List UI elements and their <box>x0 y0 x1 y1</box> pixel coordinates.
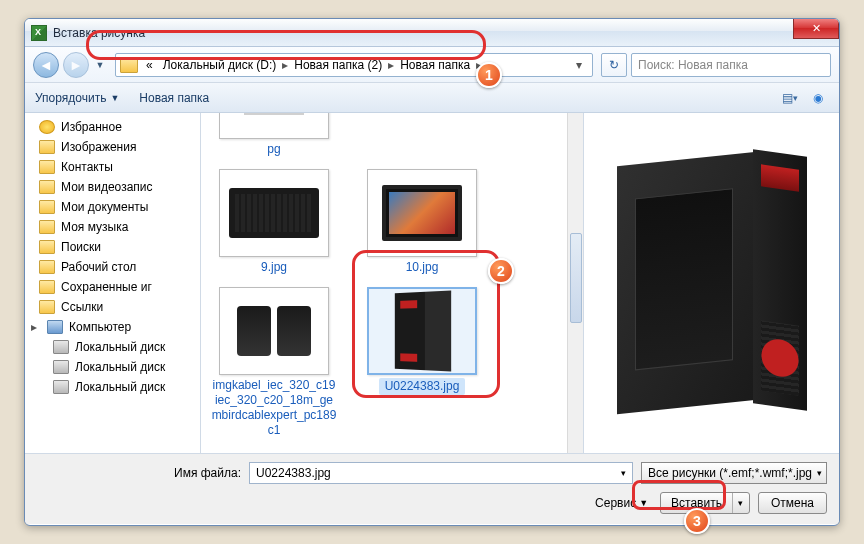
file-thumb[interactable]: 10.jpg <box>357 169 487 275</box>
annotation-badge: 2 <box>488 258 514 284</box>
dialog-window: Вставка рисунка ✕ ◄ ► ▼ « Локальный диск… <box>24 18 840 526</box>
folder-icon <box>120 57 138 73</box>
navigation-row: ◄ ► ▼ « Локальный диск (D:) ▸ Новая папк… <box>25 47 839 83</box>
thumbnail-image <box>219 287 329 375</box>
sidebar-item-drive[interactable]: Локальный диск <box>25 357 200 377</box>
chevron-right-icon[interactable]: ▸ <box>388 58 394 72</box>
sidebar-item[interactable]: Контакты <box>25 157 200 177</box>
folder-icon <box>39 140 55 154</box>
file-thumb-selected[interactable]: U0224383.jpg <box>357 287 487 438</box>
filename-dropdown[interactable]: ▾ <box>621 468 626 478</box>
preview-image <box>617 143 807 423</box>
expand-icon[interactable]: ▸ <box>31 320 41 334</box>
pc-tower-icon <box>395 291 451 372</box>
folder-icon <box>39 300 55 314</box>
folder-icon <box>39 200 55 214</box>
forward-button[interactable]: ► <box>63 52 89 78</box>
folder-icon <box>39 160 55 174</box>
thumbnail-image <box>367 287 477 375</box>
sidebar-item[interactable]: Избранное <box>25 117 200 137</box>
window-controls: ✕ <box>793 19 839 39</box>
chevron-right-icon[interactable]: ▸ <box>282 58 288 72</box>
scrollbar-thumb[interactable] <box>570 233 582 323</box>
scrollbar[interactable] <box>567 113 583 453</box>
breadcrumb-seg[interactable]: Новая папка (2) <box>290 58 386 72</box>
monitor-icon <box>382 185 462 241</box>
nav-history-dropdown[interactable]: ▼ <box>93 54 107 76</box>
body-area: Избранное Изображения Контакты Мои видео… <box>25 113 839 453</box>
sidebar-item-computer[interactable]: ▸Компьютер <box>25 317 200 337</box>
file-name: 9.jpg <box>261 260 287 275</box>
cable-icon <box>229 298 319 364</box>
thumbnail-image <box>219 169 329 257</box>
drive-icon <box>53 340 69 354</box>
file-name: imgkabel_iec_320_c19iec_320_c20_18m_gemb… <box>212 378 337 438</box>
file-name: 10.jpg <box>406 260 439 275</box>
annotation-badge: 1 <box>476 62 502 88</box>
cancel-button[interactable]: Отмена <box>758 492 827 514</box>
sidebar-item[interactable]: Рабочий стол <box>25 257 200 277</box>
sidebar-item[interactable]: Изображения <box>25 137 200 157</box>
filename-input[interactable]: U0224383.jpg▾ <box>249 462 633 484</box>
help-button[interactable]: ◉ <box>807 88 829 108</box>
service-menu[interactable]: Сервис▼ <box>595 496 648 510</box>
sidebar-item[interactable]: Моя музыка <box>25 217 200 237</box>
sidebar-item[interactable]: Поиски <box>25 237 200 257</box>
folder-icon <box>39 180 55 194</box>
filename-label: Имя файла: <box>37 466 241 480</box>
sidebar-item-drive[interactable]: Локальный диск <box>25 377 200 397</box>
file-thumb-partial[interactable]: pg <box>209 113 339 157</box>
drive-icon <box>53 380 69 394</box>
refresh-button[interactable]: ↻ <box>601 53 627 77</box>
file-thumb[interactable]: imgkabel_iec_320_c19iec_320_c20_18m_gemb… <box>209 287 339 438</box>
sidebar-item[interactable]: Мои видеозапис <box>25 177 200 197</box>
folder-icon <box>39 260 55 274</box>
keyboard-icon <box>229 188 319 238</box>
folder-icon <box>39 240 55 254</box>
organize-menu[interactable]: Упорядочить▼ <box>35 91 119 105</box>
sidebar-item[interactable]: Сохраненные иг <box>25 277 200 297</box>
file-name: U0224383.jpg <box>379 378 466 395</box>
back-button[interactable]: ◄ <box>33 52 59 78</box>
close-button[interactable]: ✕ <box>793 19 839 39</box>
address-dropdown[interactable]: ▾ <box>570 58 588 72</box>
sidebar-item[interactable]: Ссылки <box>25 297 200 317</box>
search-input[interactable]: Поиск: Новая папка <box>631 53 831 77</box>
window-title: Вставка рисунка <box>53 26 145 40</box>
computer-icon <box>47 320 63 334</box>
navigation-sidebar: Избранное Изображения Контакты Мои видео… <box>25 113 201 453</box>
file-thumb[interactable]: 9.jpg <box>209 169 339 275</box>
file-list[interactable]: pg 9.jpg 10.jpg imgkabel_iec_320_c19iec_… <box>201 113 583 453</box>
drive-icon <box>53 360 69 374</box>
thumbnail-image <box>367 169 477 257</box>
folder-icon <box>39 220 55 234</box>
dialog-footer: Имя файла: U0224383.jpg▾ Все рисунки (*.… <box>25 453 839 524</box>
folder-icon <box>39 280 55 294</box>
insert-dropdown[interactable]: ▾ <box>733 498 749 508</box>
address-bar[interactable]: « Локальный диск (D:) ▸ Новая папка (2) … <box>115 53 593 77</box>
annotation-badge: 3 <box>684 508 710 534</box>
filetype-filter[interactable]: Все рисунки (*.emf;*.wmf;*.jpg▾ <box>641 462 827 484</box>
view-options-button[interactable]: ▤ ▾ <box>779 88 801 108</box>
new-folder-button[interactable]: Новая папка <box>139 91 209 105</box>
toolbar: Упорядочить▼ Новая папка ▤ ▾ ◉ <box>25 83 839 113</box>
breadcrumb-seg[interactable]: Локальный диск (D:) <box>159 58 281 72</box>
preview-pane <box>583 113 839 453</box>
breadcrumb-prefix: « <box>142 58 157 72</box>
titlebar: Вставка рисунка ✕ <box>25 19 839 47</box>
sidebar-item-drive[interactable]: Локальный диск <box>25 337 200 357</box>
breadcrumb-seg[interactable]: Новая папка <box>396 58 474 72</box>
search-placeholder: Поиск: Новая папка <box>638 58 748 72</box>
favorites-icon <box>39 120 55 134</box>
app-excel-icon <box>31 25 47 41</box>
sidebar-item[interactable]: Мои документы <box>25 197 200 217</box>
